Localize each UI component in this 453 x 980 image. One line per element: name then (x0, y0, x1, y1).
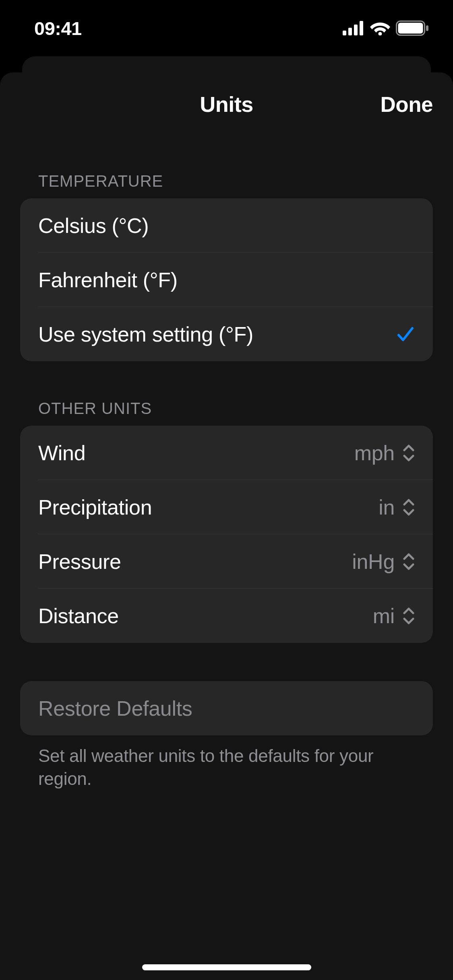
distance-row[interactable]: Distance mi (20, 589, 433, 643)
precipitation-value: in (379, 495, 395, 519)
restore-group: Restore Defaults (20, 681, 433, 735)
temperature-row-fahrenheit[interactable]: Fahrenheit (°F) (20, 253, 433, 307)
page-title: Units (200, 92, 253, 117)
up-down-chevron-icon (403, 498, 415, 516)
temperature-row-celsius[interactable]: Celsius (°C) (20, 198, 433, 253)
temperature-section: TEMPERATURE Celsius (°C) Fahrenheit (°F)… (20, 172, 433, 361)
status-time: 09:41 (34, 17, 82, 39)
pressure-label: Pressure (38, 550, 121, 574)
wind-row[interactable]: Wind mph (20, 426, 433, 480)
status-bar: 09:41 (0, 0, 453, 56)
svg-rect-1 (348, 28, 352, 35)
svg-point-4 (379, 32, 382, 36)
temperature-group: Celsius (°C) Fahrenheit (°F) Use system … (20, 198, 433, 361)
done-button[interactable]: Done (381, 92, 433, 117)
status-icons (343, 21, 429, 36)
other-units-group: Wind mph Precipitation in (20, 426, 433, 643)
wind-label: Wind (38, 441, 85, 465)
pressure-row[interactable]: Pressure inHg (20, 534, 433, 589)
battery-icon (396, 21, 429, 36)
temperature-section-header: TEMPERATURE (20, 172, 433, 198)
wind-value: mph (354, 441, 395, 465)
restore-section: Restore Defaults Set all weather units t… (20, 681, 433, 790)
pressure-value: inHg (352, 550, 395, 574)
up-down-chevron-icon (403, 607, 415, 625)
cellular-signal-icon (343, 21, 364, 35)
restore-footer: Set all weather units to the defaults fo… (20, 735, 433, 790)
units-sheet: Units Done TEMPERATURE Celsius (°C) Fahr… (0, 72, 453, 980)
distance-value: mi (373, 604, 395, 628)
distance-label: Distance (38, 604, 119, 628)
svg-rect-3 (360, 21, 363, 35)
svg-rect-6 (398, 23, 423, 34)
restore-defaults-label: Restore Defaults (38, 696, 192, 721)
temperature-row-label: Celsius (°C) (38, 214, 149, 238)
up-down-chevron-icon (403, 553, 415, 570)
other-units-section-header: OTHER UNITS (20, 399, 433, 426)
svg-rect-7 (426, 25, 428, 31)
temperature-row-label: Fahrenheit (°F) (38, 268, 178, 292)
precipitation-label: Precipitation (38, 495, 152, 519)
temperature-row-label: Use system setting (°F) (38, 322, 253, 346)
other-units-section: OTHER UNITS Wind mph P (20, 399, 433, 643)
sheet-header: Units Done (0, 72, 453, 136)
restore-defaults-button[interactable]: Restore Defaults (20, 681, 433, 735)
svg-rect-2 (354, 25, 358, 35)
checkmark-icon (396, 325, 415, 344)
home-indicator[interactable] (142, 964, 311, 970)
svg-rect-0 (343, 31, 346, 35)
temperature-row-system[interactable]: Use system setting (°F) (20, 307, 433, 361)
precipitation-row[interactable]: Precipitation in (20, 480, 433, 534)
wifi-icon (370, 21, 390, 35)
up-down-chevron-icon (403, 444, 415, 462)
